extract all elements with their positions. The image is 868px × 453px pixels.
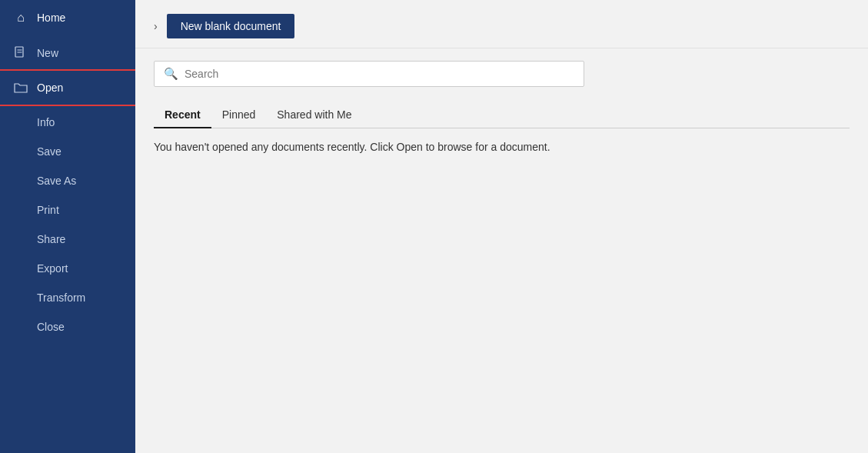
new-doc-icon — [14, 46, 28, 60]
sidebar-item-new-label: New — [37, 47, 58, 59]
sidebar-item-save[interactable]: Save — [0, 137, 135, 166]
home-icon: ⌂ — [14, 11, 28, 25]
sidebar-menu-items: Info Save Save As Print Share Export Tra… — [0, 108, 135, 341]
sidebar-item-export[interactable]: Export — [0, 254, 135, 283]
sidebar-item-home[interactable]: ⌂ Home — [0, 0, 135, 35]
sidebar-item-new[interactable]: New — [0, 35, 135, 71]
tab-recent[interactable]: Recent — [154, 102, 211, 128]
search-icon: 🔍 — [164, 67, 178, 81]
sidebar-item-share[interactable]: Share — [0, 225, 135, 254]
sidebar: ⌂ Home New Open Info Save Save As — [0, 0, 135, 453]
sidebar-item-close[interactable]: Close — [0, 312, 135, 341]
sidebar-item-transform[interactable]: Transform — [0, 283, 135, 312]
main-content: › New blank document 🔍 Recent Pinned Sha… — [135, 0, 868, 453]
main-top-bar: › New blank document — [135, 0, 868, 48]
sidebar-item-home-label: Home — [37, 12, 65, 24]
chevron-icon: › — [154, 20, 158, 32]
tab-pinned[interactable]: Pinned — [211, 102, 267, 128]
tab-bar: Recent Pinned Shared with Me — [154, 102, 850, 128]
tab-shared-with-me[interactable]: Shared with Me — [266, 102, 362, 128]
search-bar: 🔍 — [154, 61, 584, 87]
search-input[interactable] — [185, 68, 574, 80]
sidebar-item-print[interactable]: Print — [0, 195, 135, 225]
sidebar-item-save-as[interactable]: Save As — [0, 166, 135, 195]
sidebar-item-open[interactable]: Open — [0, 71, 135, 105]
open-folder-icon — [14, 82, 28, 94]
main-body: 🔍 Recent Pinned Shared with Me You haven… — [135, 48, 868, 453]
sidebar-item-info[interactable]: Info — [0, 108, 135, 137]
sidebar-item-open-label: Open — [37, 82, 63, 94]
new-blank-document-button[interactable]: New blank document — [167, 14, 295, 38]
empty-recent-message: You haven't opened any documents recentl… — [154, 141, 850, 153]
